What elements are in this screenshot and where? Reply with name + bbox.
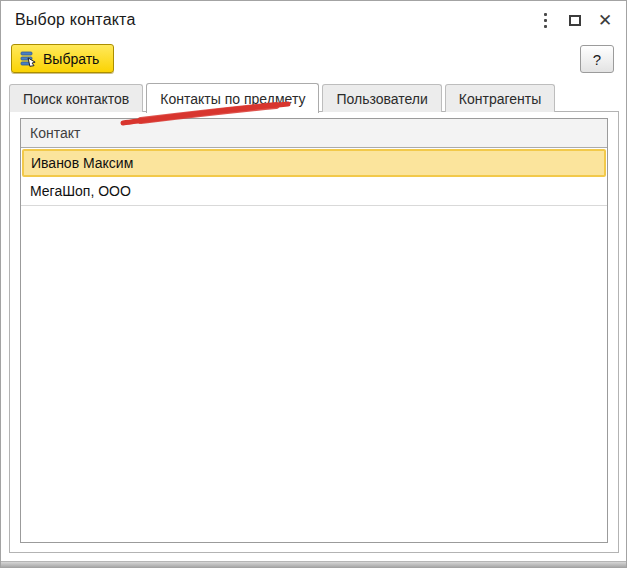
select-button[interactable]: Выбрать bbox=[11, 44, 114, 73]
pick-from-list-icon bbox=[20, 51, 37, 67]
tab-users[interactable]: Пользователи bbox=[322, 84, 441, 112]
command-bar: Выбрать ? bbox=[1, 39, 626, 79]
title-bar: Выбор контакта ✕ bbox=[1, 1, 626, 39]
tab-label: Контакты по предмету bbox=[160, 91, 305, 107]
close-button[interactable]: ✕ bbox=[590, 5, 620, 35]
column-header-label: Контакт bbox=[30, 125, 80, 141]
tab-panel: Контакт Иванов Максим МегаШоп, ООО bbox=[9, 111, 619, 553]
tab-contacts-by-subject[interactable]: Контакты по предмету bbox=[146, 83, 319, 113]
contact-name: Иванов Максим bbox=[31, 155, 133, 171]
contact-name: МегаШоп, ООО bbox=[30, 183, 131, 199]
maximize-button[interactable] bbox=[560, 5, 590, 35]
maximize-icon bbox=[569, 15, 581, 26]
more-button[interactable] bbox=[530, 5, 560, 35]
tab-label: Контрагенты bbox=[459, 91, 541, 107]
tab-counterparties[interactable]: Контрагенты bbox=[445, 84, 555, 112]
kebab-menu-icon bbox=[544, 13, 547, 28]
help-button[interactable]: ? bbox=[580, 45, 614, 73]
window-controls: ✕ bbox=[530, 1, 620, 39]
tab-bar: Поиск контактов Контакты по предмету Пол… bbox=[9, 83, 558, 112]
tab-contact-search[interactable]: Поиск контактов bbox=[9, 84, 143, 112]
tab-label: Пользователи bbox=[336, 91, 427, 107]
select-button-label: Выбрать bbox=[43, 51, 99, 67]
window-title: Выбор контакта bbox=[15, 11, 136, 29]
window-bottom-edge bbox=[1, 561, 626, 567]
table-header-contact[interactable]: Контакт bbox=[21, 119, 607, 148]
close-icon: ✕ bbox=[598, 12, 612, 29]
tab-label: Поиск контактов bbox=[23, 91, 129, 107]
contacts-table: Контакт Иванов Максим МегаШоп, ООО bbox=[20, 118, 608, 543]
help-icon: ? bbox=[593, 51, 601, 68]
dialog-window: Выбор контакта ✕ Выбрать ? bbox=[0, 0, 627, 568]
table-row[interactable]: Иванов Максим bbox=[22, 149, 606, 177]
table-row[interactable]: МегаШоп, ООО bbox=[21, 177, 607, 206]
